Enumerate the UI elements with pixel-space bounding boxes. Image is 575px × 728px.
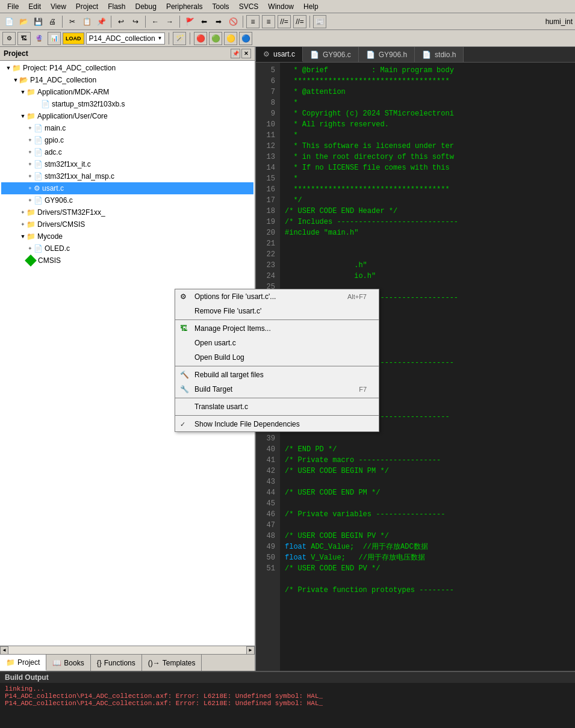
ctx-show-include[interactable]: ✓ Show Include File Dependencies: [175, 417, 379, 431]
file-tab-usart[interactable]: ⚙ usart.c: [256, 47, 303, 62]
gy906h-tab-icon: 📄: [366, 51, 375, 59]
subroot-icon: 📂: [19, 75, 28, 85]
tree-file-oled-label: OLED.c: [45, 243, 70, 254]
ctx-options[interactable]: ⚙ Options for File 'usart.c'... Alt+F7: [175, 289, 379, 304]
run-wizard-btn[interactable]: 🔮: [33, 32, 46, 45]
tree-arrow-cmsis: +: [19, 219, 26, 230]
ctx-translate[interactable]: Translate usart.c: [175, 399, 379, 414]
tree-arrow-subroot: ▼: [12, 75, 19, 85]
main-file-icon: 📄: [34, 123, 43, 134]
tree-arrow-core: ▼: [19, 111, 26, 122]
ctx-open-build-log[interactable]: Open Build Log: [175, 350, 379, 365]
tree-file-adc[interactable]: + 📄 adc.c: [1, 146, 253, 158]
new-file-btn[interactable]: 📄: [2, 15, 16, 28]
tree-file-msp[interactable]: + 📄 stm32f1xx_hal_msp.c: [1, 170, 253, 182]
scroll-track[interactable]: [8, 646, 246, 655]
tree-group-cmsis[interactable]: + 📁 Drivers/CMSIS: [1, 218, 253, 230]
ctx-manage[interactable]: 🏗 Manage Project Items...: [175, 321, 379, 336]
tree-cmsis-item[interactable]: CMSIS: [1, 254, 253, 267]
tree-file-oled[interactable]: + 📄 OLED.c: [1, 242, 253, 254]
toolbar-1: 📄 📂 💾 🖨 ✂ 📋 📌 ↩ ↪ ← → 🚩 ⬅ ➡ 🚫 ≡ ≡ //= //…: [0, 13, 575, 30]
redo-btn[interactable]: ↪: [129, 15, 142, 28]
toolbar-2: ⚙ 🏗 🔮 📊 LOAD P14_ADC_collection ▼ 🪄 🔴 🟢 …: [0, 30, 575, 47]
target-combo[interactable]: P14_ADC_collection ▼: [86, 32, 166, 45]
menu-file[interactable]: File: [2, 1, 23, 12]
adc-file-icon: 📄: [34, 147, 43, 158]
menu-project[interactable]: Project: [71, 1, 103, 12]
tree-group-mdk[interactable]: ▼ 📁 Application/MDK-ARM: [1, 86, 253, 98]
ctx-rebuild-label: Rebuild all target files: [194, 371, 264, 379]
menu-flash[interactable]: Flash: [103, 1, 130, 12]
nav-back-btn[interactable]: ←: [149, 15, 162, 28]
format-btn[interactable]: //=: [278, 15, 291, 28]
tree-group-core[interactable]: ▼ 📁 Application/User/Core: [1, 110, 253, 122]
oled-file-icon: 📄: [34, 243, 43, 254]
gy906-file-icon: 📄: [34, 195, 43, 206]
indent-btn[interactable]: ≡: [246, 15, 260, 28]
tab-functions[interactable]: {} Functions: [91, 655, 142, 671]
menu-edit[interactable]: Edit: [23, 1, 46, 12]
tree-file-gy906[interactable]: + 📄 GY906.c: [1, 194, 253, 206]
copy-btn[interactable]: 📋: [80, 15, 93, 28]
next-bookmark-btn[interactable]: ➡: [212, 15, 225, 28]
magic-wand-btn[interactable]: 🪄: [173, 32, 186, 45]
paste-btn[interactable]: 📌: [95, 15, 108, 28]
ctx-build[interactable]: 🔧 Build Target F7: [175, 382, 379, 396]
bookmark-btn[interactable]: 🚩: [183, 15, 196, 28]
build-multi-btn[interactable]: 📊: [48, 32, 61, 45]
menu-svcs[interactable]: SVCS: [234, 1, 264, 12]
scroll-right-btn[interactable]: ►: [246, 646, 255, 655]
menu-tools[interactable]: Tools: [208, 1, 234, 12]
usart-tab-icon: ⚙: [263, 50, 270, 58]
tree-file-it[interactable]: + 📄 stm32f1xx_it.c: [1, 158, 253, 170]
cut-btn[interactable]: ✂: [66, 15, 79, 28]
tree-file-startup[interactable]: 📄 startup_stm32f103xb.s: [1, 98, 253, 110]
ctx-open-usart[interactable]: Open usart.c: [175, 336, 379, 350]
nav-forward-btn[interactable]: →: [163, 15, 176, 28]
open-file-btn[interactable]: 📂: [17, 15, 30, 28]
tree-group-drivers-stm[interactable]: + 📁 Drivers/STM32F1xx_: [1, 206, 253, 218]
manage-components-btn[interactable]: 🏗: [17, 32, 31, 45]
panel-close-btn[interactable]: ✕: [241, 49, 251, 58]
tab-templates[interactable]: ()→ Templates: [142, 655, 202, 671]
ctx-rebuild[interactable]: 🔨 Rebuild all target files: [175, 368, 379, 382]
file-tab-gy906c[interactable]: 📄 GY906.c: [303, 47, 359, 62]
menu-window[interactable]: Window: [263, 1, 299, 12]
it-file-icon: 📄: [34, 159, 43, 170]
tree-file-main[interactable]: + 📄 main.c: [1, 122, 253, 134]
menu-view[interactable]: View: [46, 1, 71, 12]
debug-btn[interactable]: 🔵: [239, 32, 252, 45]
tree-group-mycode[interactable]: ▼ 📁 Mycode: [1, 230, 253, 242]
panel-pin-btn[interactable]: 📌: [231, 49, 240, 58]
scroll-left-btn[interactable]: ◄: [0, 646, 8, 655]
tab-project[interactable]: 📁 Project: [0, 655, 46, 671]
build-target-btn[interactable]: 🟢: [209, 32, 222, 45]
file-tab-stdio[interactable]: 📄 stdio.h: [415, 47, 464, 62]
clear-bookmark-btn[interactable]: 🚫: [226, 15, 240, 28]
download-btn[interactable]: 🟡: [224, 32, 237, 45]
file-tab-gy906h[interactable]: 📄 GY906.h: [359, 47, 415, 62]
prev-bookmark-btn[interactable]: ⬅: [197, 15, 211, 28]
outdent-btn[interactable]: ≡: [262, 15, 275, 28]
menu-peripherals[interactable]: Peripherals: [161, 1, 208, 12]
tree-file-usart[interactable]: + ⚙ usart.c: [1, 182, 253, 194]
save-all-btn[interactable]: 🖨: [46, 15, 59, 28]
stop-debug-btn[interactable]: 🔴: [194, 32, 207, 45]
tree-file-adc-label: adc.c: [45, 147, 62, 158]
tree-root[interactable]: ▼ 📁 Project: P14_ADC_collection: [1, 62, 253, 74]
tab-books[interactable]: 📖 Books: [46, 655, 90, 671]
mycode-folder-icon: 📁: [26, 231, 36, 242]
docs-btn[interactable]: 📰: [313, 15, 326, 28]
tree-file-main-label: main.c: [45, 123, 66, 134]
comment-btn[interactable]: //=: [293, 15, 306, 28]
target-options-btn[interactable]: ⚙: [2, 32, 16, 45]
sep7: [169, 32, 169, 45]
menu-help[interactable]: Help: [299, 1, 323, 12]
save-btn[interactable]: 💾: [31, 15, 45, 28]
ctx-open-usart-label: Open usart.c: [194, 339, 236, 347]
tree-subroot[interactable]: ▼ 📂 P14_ADC_collection: [1, 74, 253, 86]
undo-btn[interactable]: ↩: [114, 15, 128, 28]
tree-file-gpio[interactable]: + 📄 gpio.c: [1, 134, 253, 146]
ctx-remove[interactable]: Remove File 'usart.c': [175, 304, 379, 318]
menu-debug[interactable]: Debug: [131, 1, 161, 12]
